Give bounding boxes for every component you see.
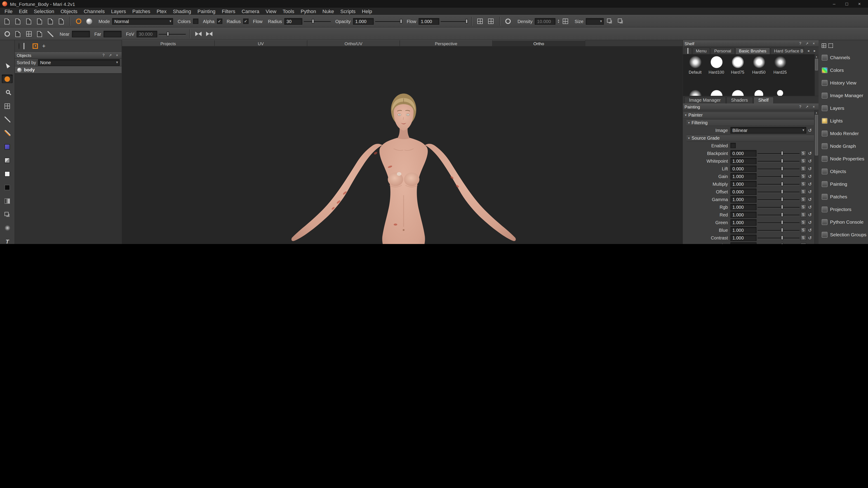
s-button[interactable]: S: [800, 242, 806, 244]
reset-icon[interactable]: ↺: [807, 196, 813, 202]
reset-icon[interactable]: ↺: [807, 127, 813, 133]
grade-multiply-slider[interactable]: [757, 181, 799, 187]
menu-patches[interactable]: Patches: [129, 8, 154, 14]
notes-icon[interactable]: [35, 29, 44, 39]
flow-checkbox[interactable]: ✓: [243, 19, 248, 24]
mirror-x-icon[interactable]: [193, 29, 203, 39]
float-panel-icon[interactable]: ↗: [804, 41, 810, 46]
reset-icon[interactable]: ↺: [807, 212, 813, 218]
scrollbar-thumb[interactable]: [815, 115, 818, 156]
slice-tool-icon[interactable]: [2, 115, 13, 124]
tab-projects[interactable]: Projects: [122, 40, 215, 46]
brush-item[interactable]: [770, 90, 791, 96]
grade-red-slider[interactable]: [757, 212, 799, 218]
new-project-icon[interactable]: [2, 17, 12, 26]
grade-contrast-field[interactable]: 1.000: [730, 234, 756, 241]
close-button[interactable]: ×: [853, 1, 866, 6]
reset-icon[interactable]: ↺: [807, 150, 813, 156]
grade-saturation-slider[interactable]: [757, 242, 799, 244]
minimize-button[interactable]: –: [828, 1, 840, 6]
brush-item[interactable]: [684, 90, 706, 96]
s-button[interactable]: S: [800, 181, 806, 187]
opacity-field[interactable]: 1.000: [353, 18, 374, 25]
reset-icon[interactable]: ↺: [807, 158, 813, 164]
shelf-scroll-left-icon[interactable]: ◂: [806, 48, 811, 53]
save-project-icon[interactable]: [24, 17, 33, 26]
filtering-section-header[interactable]: Filtering: [686, 119, 814, 126]
grade-blue-slider[interactable]: [757, 227, 799, 233]
shelf-tab-personal[interactable]: Personal: [711, 47, 735, 54]
menu-filters[interactable]: Filters: [219, 8, 239, 14]
grade-whitepoint-slider[interactable]: [757, 158, 799, 164]
fov-field[interactable]: 30.000: [136, 31, 157, 37]
grade-rgb-field[interactable]: 1.000: [730, 203, 756, 210]
grade-gamma-slider[interactable]: [757, 196, 799, 202]
brush-tool-icon[interactable]: [2, 129, 13, 137]
grade-blackpoint-slider[interactable]: [757, 150, 799, 156]
grade-gain-slider[interactable]: [757, 173, 799, 180]
size-grid-icon[interactable]: [561, 17, 570, 26]
tab-shaders[interactable]: Shaders: [726, 97, 753, 103]
flow-slider[interactable]: [441, 18, 468, 24]
grade-offset-slider[interactable]: [757, 188, 799, 195]
object-list-item[interactable]: body: [15, 66, 122, 74]
near-field[interactable]: [72, 31, 90, 37]
shadow-toggle-icon[interactable]: [24, 43, 24, 48]
help-icon[interactable]: ?: [101, 53, 106, 58]
grade-multiply-field[interactable]: 1.000: [730, 181, 756, 187]
grade-blackpoint-field[interactable]: 0.000: [730, 150, 756, 157]
reset-icon[interactable]: ↺: [807, 204, 813, 210]
text-tool-icon[interactable]: [2, 237, 13, 244]
close-panel-icon[interactable]: ×: [811, 104, 816, 109]
palette-toggle-channels[interactable]: Channels: [818, 51, 868, 64]
painting-scrollbar[interactable]: ▴: [814, 110, 818, 244]
reset-icon[interactable]: ↺: [807, 227, 813, 233]
s-button[interactable]: S: [800, 150, 806, 156]
menu-view[interactable]: View: [262, 8, 280, 14]
brush-item[interactable]: [727, 90, 748, 96]
grade-enabled-checkbox[interactable]: [730, 143, 736, 148]
tab-perspective[interactable]: Perspective: [400, 40, 493, 46]
grid-snap-icon[interactable]: [24, 29, 33, 39]
grade-gamma-field[interactable]: 1.000: [730, 196, 756, 203]
shelf-tab-basic-brushes[interactable]: Basic Brushes: [735, 47, 770, 54]
palette-toggle-selection-groups[interactable]: Selection Groups: [818, 228, 868, 241]
menu-layers[interactable]: Layers: [108, 8, 129, 14]
tab-image-manager[interactable]: Image Manager: [684, 97, 725, 103]
grade-whitepoint-field[interactable]: 1.000: [730, 158, 756, 164]
menu-ptex[interactable]: Ptex: [153, 8, 170, 14]
paint-mode-dropdown[interactable]: Normal: [112, 18, 173, 25]
fov-slider[interactable]: [159, 31, 186, 37]
viewport-canvas[interactable]: Projects UV Ortho/UV Perspective Ortho: [122, 40, 682, 244]
shelf-tab-menu[interactable]: Menu: [692, 47, 710, 54]
grade-green-field[interactable]: 1.000: [730, 219, 756, 226]
tab-shelf[interactable]: Shelf: [753, 97, 774, 103]
marquee-select-tool-icon[interactable]: [2, 102, 13, 110]
palette-toggle-shaders[interactable]: Shaders: [818, 241, 868, 244]
menu-python[interactable]: Python: [298, 8, 319, 14]
shader-sphere-icon[interactable]: [85, 17, 94, 26]
menu-channels[interactable]: Channels: [81, 8, 108, 14]
paint-buffer-icon[interactable]: [475, 17, 485, 26]
size-dropdown[interactable]: [586, 18, 604, 25]
s-button[interactable]: S: [800, 204, 806, 210]
tab-ortho-uv[interactable]: Ortho/UV: [307, 40, 400, 46]
reset-icon[interactable]: ↺: [807, 166, 813, 171]
tab-uv[interactable]: UV: [215, 40, 307, 46]
grade-offset-field[interactable]: 0.000: [730, 188, 756, 195]
add-palette-icon[interactable]: [42, 42, 45, 49]
density-field[interactable]: 10.000: [535, 18, 556, 25]
palette-toggle-node-properties[interactable]: Node Properties: [818, 152, 868, 165]
scroll-up-icon[interactable]: ▴: [816, 55, 817, 58]
paste-buffer-icon[interactable]: [616, 17, 625, 26]
export-images-icon[interactable]: [45, 17, 55, 26]
reset-icon[interactable]: ↺: [807, 242, 813, 244]
close-panel-icon[interactable]: ×: [811, 41, 816, 46]
objects-list[interactable]: body: [15, 66, 122, 244]
airbrush-icon[interactable]: [503, 17, 513, 26]
reset-icon[interactable]: ↺: [807, 235, 813, 240]
pen-icon[interactable]: [45, 29, 55, 39]
palette-toggle-painting[interactable]: Painting: [818, 177, 868, 190]
menu-camera[interactable]: Camera: [239, 8, 262, 14]
reset-icon[interactable]: ↺: [807, 173, 813, 179]
